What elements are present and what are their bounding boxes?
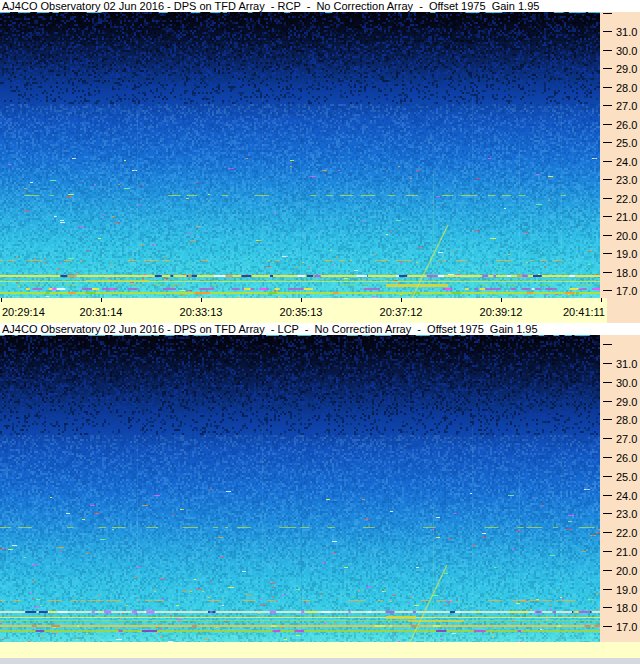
freq-tick <box>603 363 612 364</box>
freq-tick <box>603 124 612 125</box>
spectrogram-plot-rcp: 31.030.029.028.027.026.025.024.023.022.0… <box>0 12 640 298</box>
freq-tick-label: 26.0 <box>616 120 637 130</box>
freq-tick <box>603 551 612 552</box>
freq-tick-label: 28.0 <box>616 415 637 425</box>
time-tick-label: 20:29:14 <box>2 306 45 318</box>
freq-tick <box>603 401 612 402</box>
panel-title-rcp: AJ4CO Observatory 02 Jun 2016 - DPS on T… <box>0 0 640 12</box>
freq-tick-label: 30.0 <box>616 378 637 388</box>
freq-tick <box>603 570 612 571</box>
freq-tick-label: 23.0 <box>616 175 637 185</box>
freq-tick <box>603 382 612 383</box>
time-tick-label: 20:41:11 <box>563 306 605 318</box>
time-tick-label: 20:31:14 <box>80 306 123 318</box>
freq-tick <box>603 438 612 439</box>
freq-tick <box>603 532 612 533</box>
freq-tick <box>603 495 612 496</box>
freq-tick <box>603 476 612 477</box>
freq-tick-label: 19.0 <box>616 249 637 259</box>
freq-tick <box>603 161 612 162</box>
freq-tick-label: 25.0 <box>616 472 637 482</box>
freq-tick-label: 23.0 <box>616 509 637 519</box>
freq-tick-label: 18.0 <box>616 603 637 613</box>
freq-tick-label: 20.0 <box>616 566 637 576</box>
freq-tick <box>603 589 612 590</box>
time-tick-label: 20:33:13 <box>180 306 223 318</box>
freq-tick-label: 22.0 <box>616 194 637 204</box>
freq-tick-label: 29.0 <box>616 397 637 407</box>
window-footer-strip <box>0 658 640 664</box>
freq-tick <box>603 457 612 458</box>
freq-tick <box>603 626 612 627</box>
freq-tick <box>603 87 612 88</box>
freq-tick <box>603 142 612 143</box>
freq-tick-label: 30.0 <box>616 46 637 56</box>
spectrogram-canvas-lcp <box>0 335 600 642</box>
freq-tick-label: 17.0 <box>616 286 637 296</box>
time-tick-label: 20:35:13 <box>280 306 323 318</box>
freq-tick-label: 28.0 <box>616 83 637 93</box>
freq-tick <box>603 253 612 254</box>
freq-tick <box>603 68 612 69</box>
time-tick <box>601 298 602 302</box>
time-axis-labels: 20:29:1420:31:1420:33:1320:35:1320:37:12… <box>0 298 607 323</box>
freq-tick-label: 27.0 <box>616 101 637 111</box>
freq-tick <box>603 50 612 51</box>
time-tick <box>201 298 202 302</box>
spectrogram-canvas-rcp <box>0 12 600 298</box>
time-tick-label: 20:39:12 <box>480 306 523 318</box>
freq-tick-label: 21.0 <box>616 547 637 557</box>
freq-tick <box>603 13 612 14</box>
freq-tick-label: 27.0 <box>616 434 637 444</box>
freq-tick-label: 31.0 <box>616 27 637 37</box>
freq-tick <box>603 290 612 291</box>
time-axis-clipped-inner <box>0 642 640 658</box>
freq-tick <box>603 198 612 199</box>
freq-tick-label: 19.0 <box>616 585 637 595</box>
time-tick-label: 20:37:12 <box>380 306 423 318</box>
freq-tick <box>603 272 612 273</box>
freq-tick-label: 22.0 <box>616 528 637 538</box>
time-tick <box>101 298 102 302</box>
frequency-axis-rcp: 31.030.029.028.027.026.025.024.023.022.0… <box>600 12 640 298</box>
freq-tick-label: 24.0 <box>616 491 637 501</box>
freq-tick-label: 21.0 <box>616 212 637 222</box>
time-tick <box>401 298 402 302</box>
spectrogram-plot-lcp: 31.030.029.028.027.026.025.024.023.022.0… <box>0 335 640 642</box>
freq-tick <box>603 216 612 217</box>
panel-title-lcp: AJ4CO Observatory 02 Jun 2016 - DPS on T… <box>0 323 640 335</box>
spectrograph-window: AJ4CO Observatory 02 Jun 2016 - DPS on T… <box>0 0 640 664</box>
freq-tick-label: 24.0 <box>616 157 637 167</box>
freq-tick <box>603 235 612 236</box>
time-axis-clipped <box>0 642 640 658</box>
freq-tick-label: 17.0 <box>616 622 637 632</box>
freq-tick <box>603 344 612 345</box>
freq-tick-label: 18.0 <box>616 268 637 278</box>
freq-tick <box>603 607 612 608</box>
freq-tick <box>603 105 612 106</box>
freq-tick-label: 26.0 <box>616 453 637 463</box>
time-axis: 20:29:1420:31:1420:33:1320:35:1320:37:12… <box>0 298 640 323</box>
freq-tick <box>603 419 612 420</box>
freq-tick-label: 31.0 <box>616 359 637 369</box>
freq-tick <box>603 513 612 514</box>
freq-tick-label: 20.0 <box>616 231 637 241</box>
frequency-axis-lcp: 31.030.029.028.027.026.025.024.023.022.0… <box>600 335 640 642</box>
freq-tick-label: 25.0 <box>616 138 637 148</box>
time-tick <box>1 298 2 302</box>
freq-tick <box>603 179 612 180</box>
freq-tick <box>603 31 612 32</box>
time-tick <box>501 298 502 302</box>
time-tick <box>301 298 302 302</box>
freq-tick-label: 29.0 <box>616 64 637 74</box>
